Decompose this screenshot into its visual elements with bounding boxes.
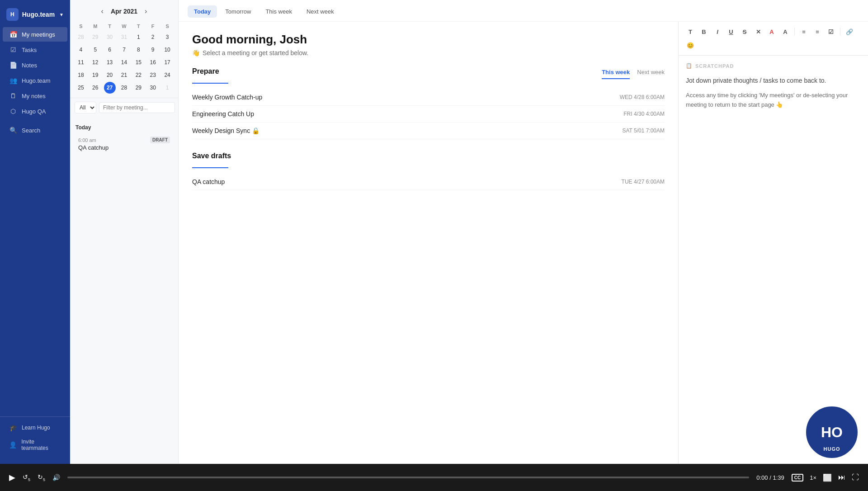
cal-day[interactable]: 19 bbox=[90, 69, 101, 81]
cal-day[interactable]: 29 bbox=[132, 82, 144, 94]
cal-header-tue: T bbox=[103, 22, 117, 31]
sidebar-bottom: 🎓 Learn Hugo 👤 Invite teammates bbox=[0, 416, 70, 458]
toolbar-ol-btn[interactable]: ≡ bbox=[811, 25, 824, 38]
cal-day[interactable]: 20 bbox=[104, 69, 116, 81]
cal-week-1: 28 29 30 31 1 2 3 bbox=[74, 31, 175, 43]
video-chapters-button[interactable]: ⏭ bbox=[838, 473, 845, 482]
cal-week-3: 11 12 13 14 15 16 17 bbox=[74, 56, 175, 69]
toolbar-bold-btn[interactable]: B bbox=[698, 25, 710, 38]
cal-day[interactable]: 8 bbox=[132, 44, 144, 56]
cal-day[interactable]: 3 bbox=[161, 31, 173, 43]
toolbar-font-color-btn[interactable]: A bbox=[765, 25, 778, 38]
sidebar-item-hugo-qa-label: Hugo QA bbox=[22, 108, 46, 115]
cal-day[interactable]: 7 bbox=[118, 44, 130, 56]
cal-day[interactable]: 2 bbox=[147, 31, 159, 43]
cal-day[interactable]: 11 bbox=[75, 57, 87, 68]
cal-day[interactable]: 28 bbox=[118, 82, 130, 94]
day-filter-this-week[interactable]: This week bbox=[259, 5, 298, 18]
toolbar-clear-btn[interactable]: ✕ bbox=[752, 25, 764, 38]
drafts-section-divider bbox=[192, 167, 228, 168]
sidebar-item-my-meetings-label: My meetings bbox=[22, 31, 55, 38]
toolbar-strike-btn[interactable]: S bbox=[738, 25, 751, 38]
main-content: Today Tomorrow This week Next week Good … bbox=[179, 0, 868, 464]
cal-day[interactable]: 17 bbox=[161, 57, 173, 68]
cal-next-button[interactable]: › bbox=[142, 6, 150, 16]
sidebar-item-tasks[interactable]: ☑ Tasks bbox=[3, 42, 67, 57]
prepare-meeting-row-2[interactable]: Engineering Catch Up FRI 4/30 4:00AM bbox=[192, 106, 665, 123]
cal-day[interactable]: 23 bbox=[147, 69, 159, 81]
cal-day[interactable]: 6 bbox=[104, 44, 116, 56]
cal-day[interactable]: 30 bbox=[104, 31, 116, 43]
sidebar-item-learn-hugo[interactable]: 🎓 Learn Hugo bbox=[3, 420, 67, 435]
filter-input[interactable] bbox=[99, 102, 175, 113]
sidebar-item-search[interactable]: 🔍 Search bbox=[3, 123, 67, 137]
toolbar-font-bg-btn[interactable]: A bbox=[779, 25, 792, 38]
prepare-tab-next-week[interactable]: Next week bbox=[637, 69, 665, 79]
video-progress-bar[interactable] bbox=[67, 477, 749, 478]
cal-day[interactable]: 13 bbox=[104, 57, 116, 68]
toolbar-link-btn[interactable]: 🔗 bbox=[843, 25, 856, 38]
cal-day[interactable]: 18 bbox=[75, 69, 87, 81]
prepare-meeting-date-1: WED 4/28 6:00AM bbox=[620, 94, 665, 100]
prepare-tab-this-week[interactable]: This week bbox=[602, 69, 630, 79]
cal-day[interactable]: 21 bbox=[118, 69, 130, 81]
hugo-qa-icon: ⬡ bbox=[9, 108, 17, 115]
prepare-meeting-row-3[interactable]: Weekly Design Sync 🔒 SAT 5/01 7:00AM bbox=[192, 123, 665, 139]
sidebar-item-notes[interactable]: 📄 Notes bbox=[3, 58, 67, 72]
video-player-bar: ▶ ↺5 ↻5 🔊 0:00 / 1:39 CC 1× ⬜ ⏭ ⛶ bbox=[0, 464, 868, 491]
day-filter-today[interactable]: Today bbox=[188, 5, 217, 18]
cal-day[interactable]: 12 bbox=[90, 57, 101, 68]
cal-day[interactable]: 25 bbox=[75, 82, 87, 94]
cal-day[interactable]: 1 bbox=[132, 31, 144, 43]
draft-meeting-row-1[interactable]: QA catchup TUE 4/27 6:00AM bbox=[192, 174, 665, 190]
cal-day[interactable]: 22 bbox=[132, 69, 144, 81]
cal-day[interactable]: 26 bbox=[90, 82, 101, 94]
toolbar-ul-btn[interactable]: ≡ bbox=[797, 25, 810, 38]
filter-select[interactable]: All bbox=[75, 102, 96, 113]
video-speed-button[interactable]: 1× bbox=[810, 474, 816, 481]
avatar-brand-label: HUGO bbox=[824, 446, 840, 452]
cal-day[interactable]: 31 bbox=[118, 31, 130, 43]
team-icon: 👥 bbox=[9, 77, 17, 84]
cal-day[interactable]: 29 bbox=[90, 31, 101, 43]
toolbar-checklist-btn[interactable]: ☑ bbox=[825, 25, 837, 38]
cal-day[interactable]: 15 bbox=[132, 57, 144, 68]
cal-day[interactable]: 14 bbox=[118, 57, 130, 68]
cal-prev-button[interactable]: ‹ bbox=[99, 6, 106, 16]
brand-logo[interactable]: H Hugo.team ▼ bbox=[0, 5, 70, 27]
cal-day[interactable]: 10 bbox=[161, 44, 173, 56]
video-play-button[interactable]: ▶ bbox=[9, 472, 15, 482]
sidebar-item-hugo-qa[interactable]: ⬡ Hugo QA bbox=[3, 104, 67, 118]
video-rewind-button[interactable]: ↺5 bbox=[23, 473, 30, 482]
cal-day[interactable]: 9 bbox=[147, 44, 159, 56]
video-forward-button[interactable]: ↻5 bbox=[38, 473, 45, 482]
video-volume-button[interactable]: 🔊 bbox=[52, 474, 60, 481]
cal-day[interactable]: 24 bbox=[161, 69, 173, 81]
scratchpad-panel: T B I U S ✕ A A ≡ ≡ ☑ 🔗 😊 bbox=[678, 22, 868, 464]
brand-name: Hugo.team bbox=[22, 11, 55, 18]
cal-day[interactable]: 28 bbox=[75, 31, 87, 43]
toolbar-underline-btn[interactable]: U bbox=[725, 25, 737, 38]
video-pip-button[interactable]: ⬜ bbox=[823, 473, 832, 482]
cal-day[interactable]: 1 bbox=[161, 82, 173, 94]
toolbar-text-btn[interactable]: T bbox=[684, 25, 697, 38]
sidebar-item-invite-teammates[interactable]: 👤 Invite teammates bbox=[3, 435, 67, 455]
video-cc-button[interactable]: CC bbox=[792, 474, 803, 482]
cal-day[interactable]: 30 bbox=[147, 82, 159, 94]
sidebar-item-hugo-team[interactable]: 👥 Hugo.team bbox=[3, 73, 67, 88]
toolbar-emoji-btn[interactable]: 😊 bbox=[684, 39, 697, 52]
greeting-text: Good morning, Josh bbox=[192, 33, 665, 47]
cal-day[interactable]: 16 bbox=[147, 57, 159, 68]
day-filter-next-week[interactable]: Next week bbox=[300, 5, 340, 18]
day-filter-tomorrow[interactable]: Tomorrow bbox=[219, 5, 257, 18]
list-item[interactable]: 6:00 am DRAFT QA catchup bbox=[73, 133, 175, 155]
video-fullscreen-button[interactable]: ⛶ bbox=[852, 473, 859, 482]
cal-day[interactable]: 5 bbox=[90, 44, 101, 56]
toolbar-sep-2 bbox=[840, 28, 840, 36]
sidebar-item-my-notes[interactable]: 🗒 My notes bbox=[3, 89, 67, 103]
sidebar-item-my-meetings[interactable]: 📅 My meetings bbox=[3, 27, 67, 42]
cal-day[interactable]: 4 bbox=[75, 44, 87, 56]
cal-day-today[interactable]: 27 bbox=[104, 82, 116, 94]
prepare-meeting-row-1[interactable]: Weekly Growth Catch-up WED 4/28 6:00AM bbox=[192, 89, 665, 106]
toolbar-italic-btn[interactable]: I bbox=[711, 25, 724, 38]
